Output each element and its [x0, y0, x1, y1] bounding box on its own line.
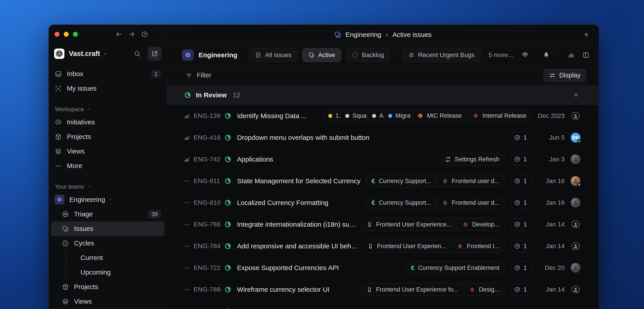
sidebar-item-initiatives[interactable]: Initiatives — [51, 115, 164, 129]
teams-section-header[interactable]: Your teams — [49, 181, 166, 192]
status-in-review-icon[interactable] — [224, 156, 232, 163]
no-priority-icon[interactable] — [183, 199, 191, 206]
priority-medium-icon[interactable] — [183, 112, 191, 120]
label-segment[interactable]: Frontend User Experien... — [362, 240, 452, 252]
sidebar-item-current-cycle[interactable]: Current — [51, 251, 164, 265]
add-issue-button[interactable] — [573, 92, 580, 98]
sidebar-item-team-views[interactable]: Views — [51, 294, 164, 308]
sidebar-item-team-projects[interactable]: Projects — [51, 280, 164, 294]
sidebar-item-upcoming-cycle[interactable]: Upcoming — [51, 265, 164, 279]
status-in-review-icon[interactable] — [224, 199, 232, 206]
minimize-window-button[interactable] — [64, 32, 69, 37]
label-segment[interactable]: Frontend User Experience... — [361, 218, 457, 231]
filter-button[interactable]: Filter — [186, 72, 211, 79]
label-segment[interactable]: Desig... — [464, 283, 505, 296]
sidebar-item-issues[interactable]: Issues — [51, 221, 164, 236]
status-in-review-icon[interactable] — [224, 221, 232, 228]
assignee-avatar[interactable] — [570, 111, 581, 121]
no-priority-icon[interactable] — [183, 242, 191, 250]
new-tab-button[interactable] — [583, 31, 590, 38]
side-panel-toggle-icon[interactable] — [582, 51, 590, 59]
assignee-avatar[interactable] — [570, 285, 581, 294]
issue-row-partial[interactable] — [167, 300, 598, 309]
issue-row[interactable]: ENG-811State Management for Selected Cur… — [167, 170, 598, 192]
forward-button[interactable] — [128, 31, 135, 38]
label-segment[interactable]: Develop... — [457, 218, 505, 231]
notifications-bell-icon[interactable] — [542, 51, 550, 59]
label-segment[interactable]: Frontend I... — [452, 240, 505, 252]
add-view-icon[interactable] — [521, 51, 529, 59]
workspace-switcher[interactable]: Vast.craft — [54, 46, 162, 61]
cycle-pill[interactable]: 1 — [510, 283, 532, 296]
cycle-pill[interactable]: 1 — [510, 261, 532, 274]
assignee-avatar[interactable] — [570, 241, 581, 251]
sidebar-item-projects[interactable]: Projects — [51, 130, 164, 144]
label-segment[interactable]: Frontend user d... — [436, 175, 505, 187]
label-segment[interactable]: €Currency Support... — [366, 175, 436, 187]
cycle-pill[interactable]: 1 — [510, 153, 532, 166]
status-in-review-icon[interactable] — [224, 286, 232, 293]
issue-row[interactable]: ENG-784Add responsive and accessible UI … — [167, 235, 598, 257]
insights-chart-icon[interactable] — [567, 51, 575, 59]
priority-medium-icon[interactable] — [183, 134, 191, 141]
no-priority-icon[interactable] — [183, 177, 191, 185]
assignee-avatar[interactable] — [570, 219, 581, 229]
tab-active[interactable]: Active — [302, 48, 341, 62]
close-window-button[interactable] — [54, 32, 60, 37]
workspace-section-header[interactable]: Workspace — [49, 104, 166, 115]
assignee-avatar[interactable]: BR — [570, 133, 581, 143]
team-chip[interactable]: Engineering — [182, 49, 237, 61]
tab-all-issues[interactable]: All issues — [249, 48, 298, 62]
issue-row[interactable]: ENG-788Wireframe currency selector UIFro… — [167, 278, 598, 300]
sidebar-item-cycles[interactable]: Cycles — [51, 236, 164, 250]
cycle-pill[interactable]: 1 — [510, 196, 532, 209]
label-group[interactable]: Settings Refresh — [440, 153, 505, 166]
sidebar-item-triage[interactable]: Triage 39 — [51, 207, 164, 221]
no-priority-icon[interactable] — [183, 286, 191, 293]
priority-medium-icon[interactable] — [183, 156, 191, 163]
label-group[interactable]: €Currency Support...Frontend user d... — [366, 175, 505, 187]
label-segment[interactable]: Frontend User Experience fo... — [361, 283, 464, 296]
assignee-avatar[interactable] — [570, 198, 581, 208]
issue-row[interactable]: ENG-810Localized Currency Formatting€Cur… — [167, 192, 598, 213]
label-group[interactable]: Frontend User Experien...Frontend I... — [362, 240, 505, 253]
label-group[interactable]: Frontend User Experience...Develop... — [361, 218, 505, 231]
assignee-avatar[interactable] — [570, 154, 581, 164]
label-segment[interactable]: Internal Release — [467, 110, 532, 122]
display-button[interactable]: Display — [544, 69, 586, 82]
label-segment[interactable]: €Currency Support Enablement — [406, 261, 505, 274]
sidebar-item-inbox[interactable]: Inbox 1 — [51, 67, 164, 81]
issue-row[interactable]: ENG-722Expose Supported Currencies API€C… — [167, 257, 598, 278]
issue-row[interactable]: ENG-139Identify Missing Data ...1.xSquaA… — [167, 105, 598, 127]
cycle-pill[interactable]: 1 — [510, 240, 532, 252]
group-header-in-review[interactable]: In Review 12 — [167, 85, 598, 105]
status-in-review-icon[interactable] — [224, 134, 232, 141]
sidebar-item-views[interactable]: Views — [51, 144, 164, 158]
status-in-review-icon[interactable] — [224, 264, 232, 272]
sidebar-item-my-issues[interactable]: My issues — [51, 81, 164, 96]
label-segment[interactable]: Frontend user d... — [436, 196, 505, 209]
assignee-avatar[interactable] — [570, 176, 581, 186]
assignee-avatar[interactable] — [570, 263, 581, 273]
status-in-review-icon[interactable] — [224, 242, 232, 250]
tab-backlog[interactable]: Backlog — [346, 48, 390, 62]
status-in-review-icon[interactable] — [224, 177, 232, 185]
no-priority-icon[interactable] — [183, 264, 191, 272]
back-button[interactable] — [115, 31, 122, 38]
no-priority-icon[interactable] — [183, 221, 191, 228]
label-group[interactable]: MIC ReleaseInternal Release — [412, 109, 532, 122]
search-icon[interactable] — [134, 50, 141, 58]
cycle-pill[interactable]: 1 — [510, 218, 532, 231]
issue-row[interactable]: ENG-416Dropdown menu overlaps with submi… — [167, 127, 598, 148]
sidebar-item-team-engineering[interactable]: Engineering — [51, 192, 164, 207]
label-segment[interactable]: MIC Release — [412, 110, 467, 122]
label-segment[interactable]: €Currency Support... — [366, 196, 436, 209]
cycle-pill[interactable]: 1 — [510, 175, 532, 187]
label-group[interactable]: €Currency Support...Frontend user d... — [366, 196, 505, 209]
sidebar-item-more[interactable]: More — [51, 159, 164, 173]
label-group[interactable]: Frontend User Experience fo...Desig... — [361, 283, 505, 296]
history-button[interactable] — [141, 31, 148, 38]
compose-button[interactable] — [148, 47, 162, 61]
issue-row[interactable]: ENG-742ApplicationsSettings Refresh1Jan … — [167, 148, 598, 170]
status-in-review-icon[interactable] — [224, 112, 232, 120]
